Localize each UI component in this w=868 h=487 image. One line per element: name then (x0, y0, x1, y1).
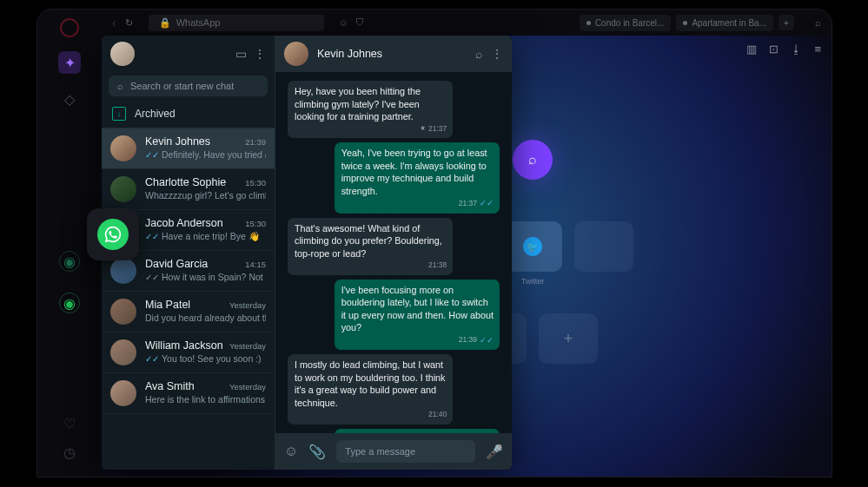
message-outgoing[interactable]: Yeah, I've been trying to go at least tw… (335, 142, 500, 213)
chat-search-input[interactable]: ⌕ Search or start new chat (109, 76, 268, 96)
archived-row[interactable]: ↓ Archived (102, 100, 275, 128)
chat-preview: ✓✓How it was in Spain? Not too... (145, 272, 266, 282)
sidebar-spotify-icon[interactable]: ◉ (59, 293, 80, 313)
speed-dial-twitter-tile[interactable]: 🐦 Twitter (503, 221, 562, 272)
page-camera-icon[interactable]: ⊡ (769, 43, 779, 56)
new-chat-icon[interactable]: ▭ (235, 47, 247, 61)
chat-item[interactable]: Kevin Johnes21:39✓✓Definitely. Have you … (102, 128, 275, 169)
read-check-icon: ✓✓ (145, 150, 159, 160)
lock-icon: 🔒 (159, 17, 171, 29)
conversation-pane: Kevin Johnes ⌕ ⋮ Hey, have you been hitt… (275, 36, 512, 470)
topbar-search-icon[interactable]: ⌕ (815, 17, 821, 28)
chat-avatar (110, 380, 136, 406)
new-tab-button[interactable]: + (779, 15, 794, 30)
addr-smile-icon[interactable]: ☺ (338, 17, 348, 28)
contact-name: Kevin Johnes (317, 48, 467, 60)
chat-avatar (110, 299, 136, 325)
read-check-icon: ✓✓ (145, 232, 159, 241)
chat-preview: Whazzzzup girl? Let's go climbing... (145, 190, 266, 201)
address-bar[interactable]: 🔒 WhatsApp (149, 15, 325, 31)
speed-dial-add-tile[interactable]: + (539, 313, 598, 364)
nav-reload-icon[interactable]: ↻ (125, 17, 133, 29)
sidebar-apps-icon[interactable]: ✦ (58, 51, 81, 74)
read-check-icon: ✓✓ (480, 198, 494, 208)
message-text: Yeah, I've been trying to go at least tw… (341, 147, 494, 197)
addr-shield-icon[interactable]: ⛉ (355, 17, 365, 28)
page-menu-icon[interactable]: ≡ (814, 43, 821, 56)
message-time: 21:40 (428, 410, 447, 419)
sidebar-whatsapp-icon[interactable]: ◉ (59, 251, 80, 272)
archive-icon: ↓ (112, 107, 126, 121)
message-input[interactable]: Type a message (336, 440, 475, 463)
chat-preview: Here is the link to affirmations: ... (145, 394, 266, 405)
sidebar-diamond-icon[interactable]: ◇ (58, 88, 81, 110)
speed-dial-search-button[interactable]: ⌕ (513, 140, 553, 180)
chat-name: Ava Smith (145, 380, 195, 392)
tab-apartment[interactable]: Apartament in Ba... (676, 15, 773, 31)
whatsapp-logo-icon (97, 219, 129, 250)
chat-preview: ✓✓Definitely. Have you tried any... (145, 149, 266, 160)
chat-list-header: ▭ ⋮ (102, 36, 275, 72)
read-check-icon: ✓✓ (145, 354, 159, 364)
message-input-placeholder: Type a message (345, 446, 415, 457)
archived-label: Archived (135, 108, 176, 120)
emoji-icon[interactable]: ☺ (284, 444, 298, 459)
page-download-icon[interactable]: ⭳ (791, 43, 802, 56)
message-text: I've been focusing more on bouldering la… (341, 284, 494, 334)
message-time: 21:39 (459, 335, 477, 345)
nav-back-icon[interactable]: ‹ (112, 16, 116, 30)
tab-condo[interactable]: Condo in Barcel... (580, 15, 672, 31)
conv-menu-icon[interactable]: ⋮ (491, 47, 503, 61)
message-incoming[interactable]: Hey, have you been hitting the climbing … (288, 81, 453, 138)
chat-preview: Did you heard already about this?... (145, 313, 266, 323)
chat-item[interactable]: Charlotte Sophie15:30Whazzzzup girl? Let… (102, 169, 275, 210)
chat-name: Kevin Johnes (145, 135, 210, 148)
read-check-icon: ✓✓ (480, 335, 494, 346)
message-text: That's awesome! What kind of climbing do… (295, 222, 447, 260)
chat-preview: ✓✓Have a nice trip! Bye 👋 (145, 231, 266, 242)
conversation-header: Kevin Johnes ⌕ ⋮ (275, 36, 512, 72)
message-incoming[interactable]: I mostly do lead climbing, but I want to… (288, 354, 453, 424)
search-icon: ⌕ (117, 81, 123, 91)
message-text: Hey, have you been hitting the climbing … (295, 85, 447, 123)
chat-avatar (110, 339, 136, 365)
chat-name: Mia Patel (145, 299, 190, 311)
chat-time: Yesterday (229, 300, 266, 310)
chat-preview: ✓✓You too! See you soon :) (145, 353, 266, 364)
mic-icon[interactable]: 🎤 (486, 444, 503, 460)
chat-avatar (110, 176, 136, 202)
message-time: 21:37 (459, 199, 477, 208)
message-incoming[interactable]: That's awesome! What kind of climbing do… (288, 218, 453, 275)
speed-dial-tile[interactable] (574, 221, 633, 272)
message-outgoing[interactable]: I've been focusing more on bouldering la… (335, 280, 500, 350)
browser-window: ✦ ◇ ◉ ◉ ♡ ◷ ‹ ↻ 🔒 WhatsApp ☺ ⛉ Condo in … (36, 9, 832, 477)
message-input-bar: ☺ 📎 Type a message 🎤 (275, 433, 512, 470)
message-time: 21:37 (428, 124, 447, 134)
chat-list: Kevin Johnes21:39✓✓Definitely. Have you … (102, 128, 275, 470)
chat-item[interactable]: Ava SmithYesterdayHere is the link to af… (102, 373, 275, 414)
search-placeholder: Search or start new chat (130, 81, 234, 91)
contact-avatar[interactable] (284, 42, 308, 66)
chat-time: 15:30 (245, 219, 266, 228)
chat-name: William Jackson (145, 339, 223, 352)
sidebar-history-icon[interactable]: ◷ (63, 444, 76, 461)
twitter-label: Twitter (521, 277, 545, 286)
browser-topbar: ‹ ↻ 🔒 WhatsApp ☺ ⛉ Condo in Barcel... Ap… (102, 10, 832, 36)
sidebar-heart-icon[interactable]: ♡ (63, 416, 76, 432)
chat-item[interactable]: Mia PatelYesterdayDid you heard already … (102, 292, 275, 332)
chat-item[interactable]: William JacksonYesterday✓✓You too! See y… (102, 332, 275, 373)
message-time: 21:38 (428, 260, 447, 270)
opera-logo-icon[interactable] (60, 18, 79, 37)
page-action-icon[interactable]: ▥ (746, 43, 757, 56)
chat-time: 15:30 (245, 178, 266, 188)
chat-name: Jacob Anderson (145, 217, 223, 229)
menu-icon[interactable]: ⋮ (254, 47, 266, 61)
message-list[interactable]: Hey, have you been hitting the climbing … (275, 72, 512, 433)
chat-name: David Garcia (145, 258, 208, 270)
whatsapp-floating-badge[interactable] (87, 208, 139, 260)
twitter-icon: 🐦 (523, 237, 542, 256)
attach-icon[interactable]: 📎 (308, 444, 326, 460)
chat-time: Yesterday (229, 341, 266, 351)
my-avatar[interactable] (110, 42, 135, 66)
conv-search-icon[interactable]: ⌕ (475, 47, 482, 61)
